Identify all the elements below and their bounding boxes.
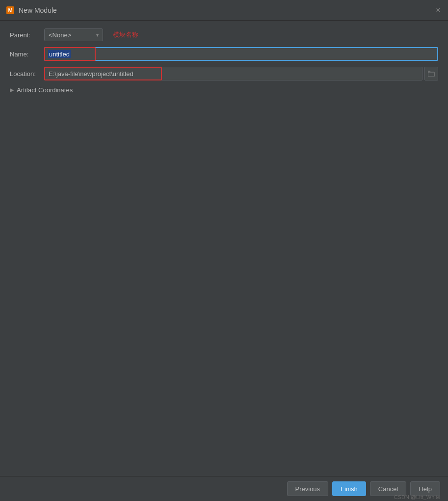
- name-input[interactable]: [44, 47, 438, 61]
- location-wrapper: [44, 67, 438, 80]
- browse-folder-button[interactable]: [424, 67, 438, 80]
- previous-button[interactable]: Previous: [287, 481, 329, 496]
- name-input-wrapper: untitled: [44, 47, 438, 61]
- artifact-coordinates-row[interactable]: ▶ Artifact Coordinates: [10, 86, 438, 94]
- finish-button[interactable]: Finish: [332, 481, 366, 496]
- title-bar: M New Module ×: [0, 0, 448, 21]
- expand-arrow-icon: ▶: [10, 87, 14, 93]
- parent-dropdown[interactable]: <None> ▾: [44, 28, 103, 41]
- close-button[interactable]: ×: [434, 6, 442, 14]
- chevron-down-icon: ▾: [96, 32, 99, 38]
- svg-text:M: M: [8, 7, 12, 13]
- watermark-text: CSDN @Litt_White: [394, 494, 440, 500]
- dialog-content: Parent: <None> ▾ 模块名称 Name: untitled Loc…: [0, 21, 448, 476]
- app-icon: M: [6, 6, 15, 15]
- location-input[interactable]: [44, 67, 422, 80]
- parent-row: Parent: <None> ▾ 模块名称: [10, 28, 438, 41]
- name-label: Name:: [10, 51, 44, 58]
- artifact-coordinates-label: Artifact Coordinates: [17, 86, 73, 94]
- location-row: Location:: [10, 67, 438, 80]
- dialog-title: New Module: [19, 6, 434, 14]
- name-row: Name: untitled: [10, 47, 438, 61]
- bottom-bar: Previous Finish Cancel Help CSDN @Litt_W…: [0, 476, 448, 501]
- svg-rect-2: [428, 72, 434, 77]
- parent-label: Parent:: [10, 31, 44, 39]
- annotation-label: 模块名称: [113, 30, 138, 39]
- parent-dropdown-value: <None>: [49, 31, 93, 39]
- location-label: Location:: [10, 70, 44, 78]
